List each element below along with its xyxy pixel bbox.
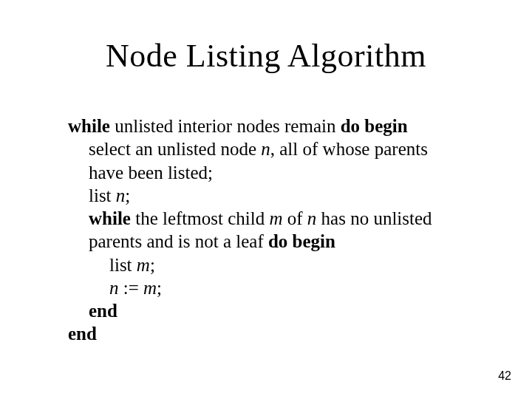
kw-while: while	[68, 116, 110, 136]
line-outer-while: while unlisted interior nodes remain do …	[68, 115, 467, 137]
var-n: n	[307, 208, 317, 228]
line-inner-while: while the leftmost child m of n has no u…	[68, 207, 467, 253]
var-m: m	[143, 278, 157, 298]
var-n: n	[261, 139, 270, 159]
kw-while: while	[89, 208, 131, 228]
page-number: 42	[498, 369, 511, 383]
var-m: m	[269, 208, 282, 228]
var-m: m	[137, 255, 150, 275]
line-list-n: list n;	[68, 184, 467, 207]
text-semi: ;	[157, 278, 162, 298]
text-semi: ;	[125, 185, 130, 205]
text-assign: :=	[119, 278, 144, 298]
line-end-outer: end	[68, 322, 467, 345]
slide: Node Listing Algorithm while unlisted in…	[0, 0, 532, 399]
kw-end: end	[89, 301, 117, 321]
kw-do-begin: do begin	[341, 116, 408, 136]
text-list: list	[89, 185, 116, 205]
slide-title: Node Listing Algorithm	[0, 37, 532, 75]
line-select: select an unlisted node n, all of whose …	[68, 137, 467, 184]
line-end-inner: end	[68, 299, 467, 322]
text-unlisted-interior: unlisted interior nodes remain	[110, 116, 341, 136]
text-select-pre: select an unlisted node	[89, 139, 261, 159]
var-n: n	[116, 185, 126, 205]
kw-do-begin: do begin	[268, 231, 335, 251]
algorithm-body: while unlisted interior nodes remain do …	[68, 115, 467, 346]
text-semi: ;	[150, 255, 155, 275]
text-list: list	[109, 255, 137, 275]
text-while2-mid: of	[282, 208, 307, 228]
line-assign: n := m;	[68, 276, 467, 299]
kw-end: end	[68, 324, 97, 344]
line-list-m: list m;	[68, 253, 467, 276]
var-n: n	[109, 278, 119, 298]
text-while2-pre: the leftmost child	[131, 208, 269, 228]
